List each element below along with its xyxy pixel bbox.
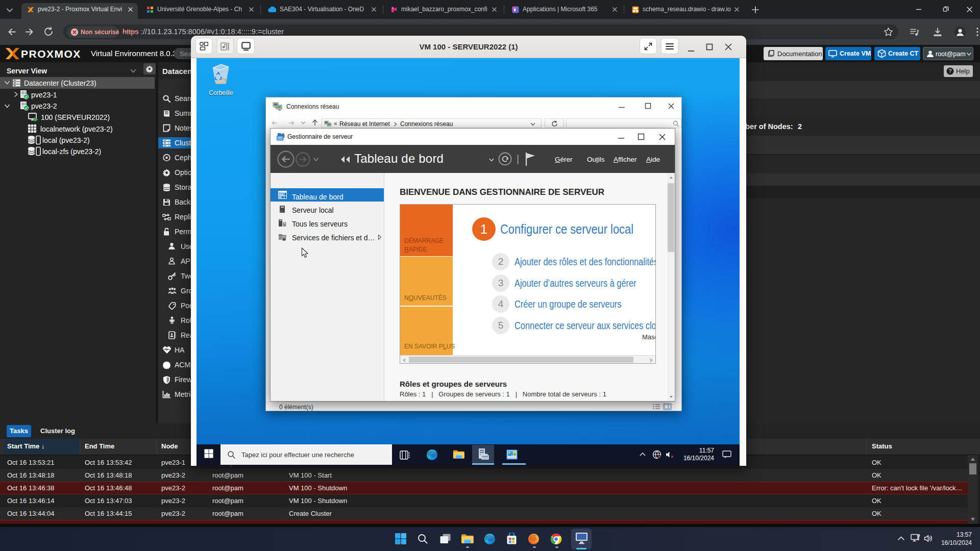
svg-text:?: ? [948,68,951,74]
